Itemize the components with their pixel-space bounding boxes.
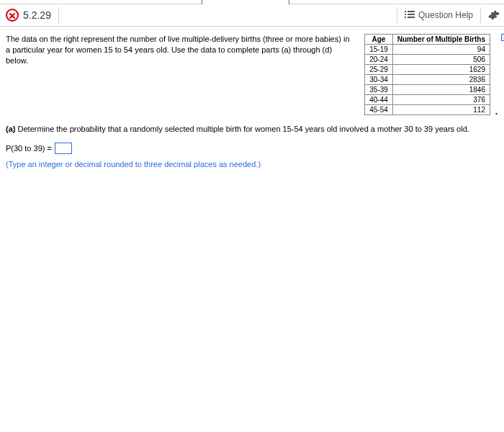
part-a-section: (a) Determine the probability that a ran…: [0, 118, 504, 171]
table-header-births: Number of Multiple Births: [392, 35, 490, 45]
part-a-label: (a): [6, 125, 15, 133]
value-cell: 376: [392, 95, 490, 105]
question-number-block: 5.2.29: [4, 7, 59, 23]
table-header-age: Age: [365, 35, 393, 45]
age-cell: 35-39: [365, 85, 393, 95]
table-row: 35-391846: [365, 85, 490, 95]
rounding-hint: (Type an integer or decimal rounded to t…: [6, 158, 498, 171]
value-cell: 1846: [392, 85, 490, 95]
tab-strip: [0, 0, 504, 4]
gear-icon[interactable]: [488, 9, 500, 21]
value-cell: 112: [392, 105, 490, 115]
value-cell: 1629: [392, 65, 490, 75]
popup-table-icon[interactable]: [501, 34, 504, 41]
table-row: 30-342836: [365, 75, 490, 85]
question-help-button[interactable]: Question Help: [397, 7, 481, 23]
table-row: 45-54112: [365, 105, 490, 115]
answer-input-p30to39[interactable]: [55, 143, 72, 154]
answer-prefix: P(30 to 39) =: [6, 142, 52, 156]
header-bar: 5.2.29 Question Help: [0, 4, 504, 27]
table-row: 15-1994: [365, 45, 490, 55]
value-cell: 94: [392, 45, 490, 55]
age-cell: 45-54: [365, 105, 393, 115]
age-cell: 40-44: [365, 95, 393, 105]
intro-text: The data on the right represent the numb…: [6, 34, 356, 66]
incorrect-icon: [6, 9, 19, 22]
age-cell: 30-34: [365, 75, 393, 85]
list-icon: [405, 11, 415, 19]
question-help-label: Question Help: [418, 10, 473, 20]
value-cell: 2836: [392, 75, 490, 85]
age-cell: 15-19: [365, 45, 393, 55]
table-row: 40-44376: [365, 95, 490, 105]
data-table: Age Number of Multiple Births 15-199420-…: [364, 34, 490, 115]
value-cell: 506: [392, 55, 490, 65]
age-cell: 20-24: [365, 55, 393, 65]
age-cell: 25-29: [365, 65, 393, 75]
question-number: 5.2.29: [23, 9, 51, 21]
table-row: 20-24506: [365, 55, 490, 65]
part-a-question: Determine the probability that a randoml…: [15, 125, 469, 133]
table-row: 25-291629: [365, 65, 490, 75]
decorative-dot: .: [495, 107, 498, 114]
